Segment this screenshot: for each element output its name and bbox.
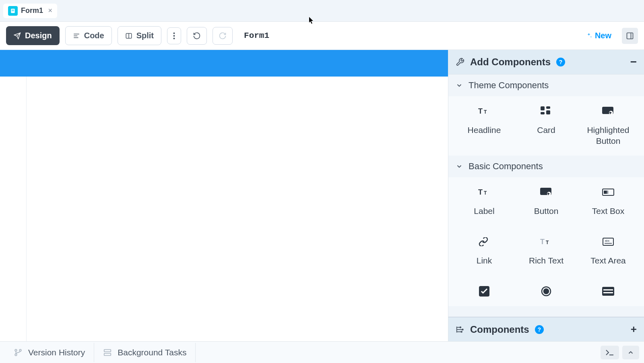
new-button[interactable]: New bbox=[580, 27, 616, 45]
add-components-header[interactable]: Add Components ? − bbox=[448, 50, 644, 75]
svg-rect-49 bbox=[104, 349, 111, 352]
component-radio[interactable] bbox=[516, 276, 576, 306]
component-button[interactable]: Button bbox=[516, 177, 576, 225]
component-link[interactable]: Link bbox=[454, 227, 514, 275]
link-label: Link bbox=[477, 255, 492, 266]
basic-components-section[interactable]: Basic Components bbox=[448, 156, 644, 177]
lines-icon bbox=[73, 32, 80, 39]
components-panel-header[interactable]: Components ? + bbox=[448, 317, 644, 341]
checkbox-icon bbox=[476, 285, 492, 297]
basic-section-title: Basic Components bbox=[469, 161, 543, 172]
component-card[interactable]: Card bbox=[516, 96, 576, 156]
more-button[interactable] bbox=[167, 27, 181, 44]
svg-text:T: T bbox=[484, 109, 487, 115]
svg-point-46 bbox=[15, 349, 17, 351]
basic-components-grid: TT Label Button Text Box bbox=[448, 177, 644, 307]
terminal-icon bbox=[605, 349, 614, 356]
expand-icon[interactable]: + bbox=[631, 323, 637, 336]
component-highlighted-button[interactable]: Highlighted Button bbox=[578, 96, 638, 156]
tab-bar: Form1 × bbox=[0, 0, 644, 22]
paper-plane-icon bbox=[14, 32, 21, 39]
close-icon[interactable]: × bbox=[48, 6, 52, 15]
svg-text:T: T bbox=[478, 188, 483, 196]
component-dropdown[interactable] bbox=[578, 276, 638, 306]
redo-button[interactable] bbox=[213, 27, 233, 45]
code-button[interactable]: Code bbox=[65, 26, 112, 45]
chevron-down-icon bbox=[456, 163, 463, 170]
theme-section-title: Theme Components bbox=[469, 80, 549, 91]
tree-icon bbox=[456, 325, 464, 334]
svg-point-10 bbox=[173, 37, 175, 39]
text-area-icon: abc bbox=[600, 236, 616, 248]
toolbar: Design Code Split Form1 New bbox=[0, 22, 644, 50]
main-area: Add Components ? − Theme Components TT H… bbox=[0, 50, 644, 341]
component-label[interactable]: TT Label bbox=[454, 177, 514, 225]
label-icon: TT bbox=[476, 186, 492, 198]
svg-point-45 bbox=[461, 331, 462, 332]
card-label: Card bbox=[537, 124, 555, 135]
dots-vertical-icon bbox=[173, 32, 175, 39]
split-button[interactable]: Split bbox=[118, 26, 161, 45]
button-icon bbox=[538, 186, 554, 198]
svg-rect-15 bbox=[541, 106, 545, 110]
svg-rect-38 bbox=[603, 292, 613, 293]
svg-point-47 bbox=[15, 354, 17, 356]
code-label: Code bbox=[84, 31, 104, 40]
tab-form1[interactable]: Form1 × bbox=[3, 4, 57, 18]
expand-panel-button[interactable] bbox=[622, 346, 639, 359]
svg-rect-36 bbox=[602, 287, 614, 296]
help-icon[interactable]: ? bbox=[556, 58, 565, 66]
branch-icon bbox=[14, 348, 23, 357]
canvas-body bbox=[0, 77, 448, 341]
canvas-header-bar bbox=[0, 50, 448, 77]
theme-components-grid: TT Headline Card Highlighted Button bbox=[448, 96, 644, 156]
component-checkbox[interactable] bbox=[454, 276, 514, 306]
component-text-area[interactable]: abc Text Area bbox=[578, 227, 638, 275]
headline-label: Headline bbox=[468, 124, 501, 135]
svg-text:T: T bbox=[478, 107, 483, 115]
wrench-icon bbox=[456, 58, 464, 66]
design-button[interactable]: Design bbox=[6, 26, 60, 45]
design-canvas[interactable] bbox=[0, 50, 448, 341]
chevron-up-icon bbox=[627, 349, 634, 356]
svg-text:abc: abc bbox=[605, 239, 610, 242]
svg-rect-11 bbox=[627, 33, 633, 39]
svg-rect-26 bbox=[604, 191, 607, 193]
dropdown-icon bbox=[600, 285, 616, 297]
undo-button[interactable] bbox=[187, 27, 207, 45]
svg-point-35 bbox=[544, 289, 549, 294]
svg-rect-16 bbox=[546, 106, 550, 109]
svg-text:T: T bbox=[484, 190, 487, 196]
highlighted-button-icon bbox=[600, 105, 616, 117]
card-icon bbox=[538, 105, 554, 117]
component-rich-text[interactable]: TT Rich Text bbox=[516, 227, 576, 275]
undo-icon bbox=[193, 32, 201, 40]
design-label: Design bbox=[25, 31, 52, 40]
component-text-box[interactable]: Text Box bbox=[578, 177, 638, 225]
layout-toggle-button[interactable] bbox=[622, 28, 638, 44]
svg-rect-37 bbox=[603, 289, 613, 290]
svg-text:T: T bbox=[540, 238, 545, 246]
chevron-down-icon bbox=[456, 82, 463, 89]
background-tasks-label: Background Tasks bbox=[118, 348, 186, 357]
background-tasks-button[interactable]: Background Tasks bbox=[94, 343, 196, 362]
rich-text-icon: TT bbox=[538, 236, 554, 248]
theme-components-section[interactable]: Theme Components bbox=[448, 75, 644, 96]
tab-label: Form1 bbox=[21, 6, 43, 15]
text-box-label: Text Box bbox=[592, 205, 625, 216]
svg-rect-1 bbox=[12, 10, 14, 10]
collapse-icon[interactable]: − bbox=[630, 56, 637, 68]
button-label: Button bbox=[534, 205, 559, 216]
components-panel-body: Theme Components TT Headline Card bbox=[448, 75, 644, 317]
text-area-label: Text Area bbox=[590, 255, 626, 266]
rich-text-label: Rich Text bbox=[529, 255, 564, 266]
bottom-bar: Version History Background Tasks bbox=[0, 341, 644, 363]
label-label: Label bbox=[474, 205, 494, 216]
form-icon bbox=[8, 6, 18, 16]
svg-rect-2 bbox=[12, 10, 14, 11]
help-icon[interactable]: ? bbox=[535, 325, 544, 334]
redo-icon bbox=[219, 32, 227, 40]
version-history-button[interactable]: Version History bbox=[5, 343, 94, 362]
component-headline[interactable]: TT Headline bbox=[454, 96, 514, 156]
terminal-button[interactable] bbox=[601, 346, 619, 359]
